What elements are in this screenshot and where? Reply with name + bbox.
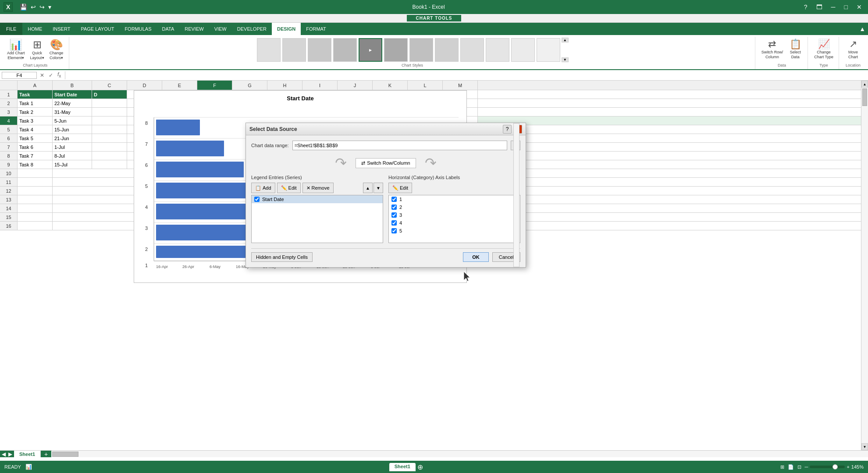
series-checkbox-start-date[interactable]	[254, 197, 260, 202]
axis-label-5: 5	[399, 228, 402, 233]
dialog-two-columns: Legend Entries (Series) 📋 Add ✏️ Edit ✕	[251, 175, 520, 243]
dialog-titlebar: Select Data Source ? ✕	[246, 123, 526, 135]
axis-item-4[interactable]: 4	[389, 219, 520, 227]
axis-label-4: 4	[399, 220, 402, 226]
axis-edit-icon: ✏️	[392, 185, 398, 191]
add-icon: 📋	[255, 185, 261, 191]
axis-toolbar: ✏️ Edit	[388, 183, 520, 193]
switch-row-column-btn[interactable]: ⇄ Switch Row/Column	[356, 158, 416, 168]
series-label-start-date: Start Date	[262, 197, 284, 202]
series-list: Start Date	[251, 195, 383, 243]
axis-checkbox-4[interactable]	[391, 220, 397, 226]
select-data-source-dialog: Select Data Source ? ✕ Chart data range:…	[245, 123, 526, 268]
axis-item-5[interactable]: 5	[389, 227, 520, 235]
legend-entries-header: Legend Entries (Series)	[251, 175, 383, 180]
remove-icon: ✕	[306, 185, 310, 191]
chart-data-range-row: Chart data range: =Sheet1!$B$1:$B$9 ⊞	[251, 141, 520, 150]
chart-data-range-input[interactable]: =Sheet1!$B$1:$B$9	[292, 141, 507, 150]
axis-label-2: 2	[399, 205, 402, 210]
axis-checkbox-5[interactable]	[391, 228, 397, 233]
axis-scrollbar	[513, 123, 519, 267]
chart-data-range-label: Chart data range:	[251, 143, 289, 148]
dialog-body: Chart data range: =Sheet1!$B$1:$B$9 ⊞ ↶ …	[246, 135, 526, 267]
edit-icon: ✏️	[281, 185, 287, 191]
move-down-btn[interactable]: ▼	[374, 183, 383, 193]
axis-label-3: 3	[399, 212, 402, 218]
axis-labels-col: Horizontal (Category) Axis Labels ✏️ Edi…	[388, 175, 520, 243]
axis-list: 1 2 3 4	[388, 195, 520, 243]
axis-checkbox-1[interactable]	[391, 197, 397, 202]
legend-entries-col: Legend Entries (Series) 📋 Add ✏️ Edit ✕	[251, 175, 383, 243]
axis-label-1: 1	[399, 197, 402, 202]
dialog-footer: Hidden and Empty Cells OK Cancel	[251, 248, 520, 262]
switch-label: Switch Row/Column	[367, 160, 410, 166]
remove-series-btn[interactable]: ✕ Remove	[302, 183, 334, 193]
dialog-overlay: Select Data Source ? ✕ Chart data range:…	[0, 0, 868, 473]
move-up-btn[interactable]: ▲	[363, 183, 373, 193]
dialog-ok-btn[interactable]: OK	[463, 252, 489, 262]
axis-edit-label: Edit	[400, 185, 408, 191]
switch-icon: ⇄	[361, 160, 365, 166]
add-series-btn[interactable]: 📋 Add	[251, 183, 275, 193]
axis-labels-header: Horizontal (Category) Axis Labels	[388, 175, 520, 180]
add-label: Add	[263, 185, 271, 191]
axis-item-1[interactable]: 1	[389, 195, 520, 203]
left-arrow-icon: ↶	[335, 155, 347, 171]
axis-checkbox-2[interactable]	[391, 205, 397, 210]
hidden-cells-btn[interactable]: Hidden and Empty Cells	[251, 252, 313, 262]
axis-checkbox-3[interactable]	[391, 212, 397, 218]
move-series-btns: ▲ ▼	[363, 183, 383, 193]
dialog-help-btn[interactable]: ?	[503, 125, 512, 134]
series-toolbar: 📋 Add ✏️ Edit ✕ Remove ▲	[251, 183, 383, 193]
dialog-title: Select Data Source	[249, 126, 297, 132]
edit-series-btn[interactable]: ✏️ Edit	[277, 183, 301, 193]
axis-item-3[interactable]: 3	[389, 211, 520, 219]
switch-arrows-area: ↶ ⇄ Switch Row/Column ↷	[251, 155, 520, 171]
edit-axis-btn[interactable]: ✏️ Edit	[388, 183, 412, 193]
axis-item-2[interactable]: 2	[389, 203, 520, 211]
edit-label: Edit	[288, 185, 297, 191]
arrows-container: ↶ ⇄ Switch Row/Column ↷	[335, 155, 436, 171]
remove-label: Remove	[312, 185, 330, 191]
right-arrow-icon: ↷	[425, 155, 437, 171]
series-item-start-date[interactable]: Start Date	[252, 195, 383, 203]
dialog-ok-cancel-buttons: OK Cancel	[463, 252, 520, 262]
